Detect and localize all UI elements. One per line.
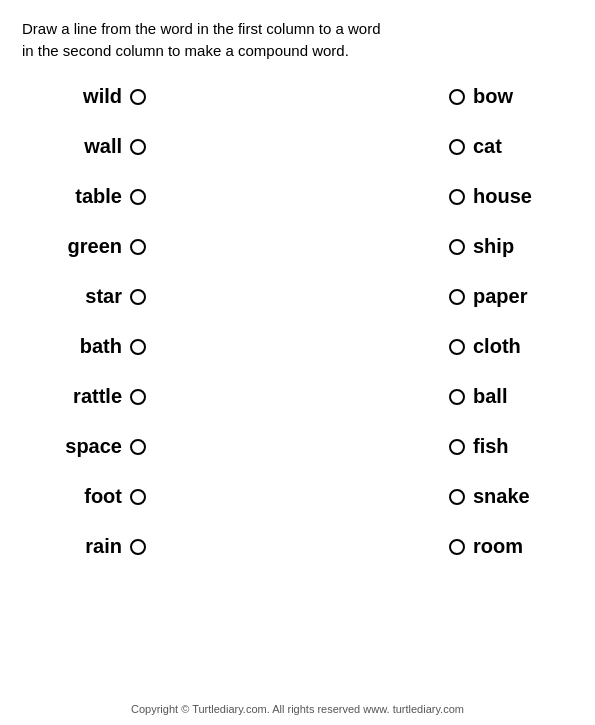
left-word: table	[52, 185, 122, 208]
left-circle[interactable]	[130, 489, 146, 505]
right-circle[interactable]	[449, 189, 465, 205]
right-word-row: snake	[449, 472, 543, 522]
right-circle[interactable]	[449, 239, 465, 255]
right-circle[interactable]	[449, 289, 465, 305]
footer: Copyright © Turtlediary.com. All rights …	[0, 703, 595, 715]
right-word: bow	[473, 85, 543, 108]
left-column: wildwalltablegreenstarbathrattlespacefoo…	[52, 72, 146, 572]
right-word: room	[473, 535, 543, 558]
right-circle[interactable]	[449, 139, 465, 155]
left-circle[interactable]	[130, 389, 146, 405]
right-word: fish	[473, 435, 543, 458]
right-word-row: ball	[449, 372, 543, 422]
right-circle[interactable]	[449, 439, 465, 455]
left-word: wall	[52, 135, 122, 158]
right-word: ship	[473, 235, 543, 258]
right-column: bowcathouseshippaperclothballfishsnakero…	[449, 72, 543, 572]
left-word-row: star	[52, 272, 146, 322]
right-word: paper	[473, 285, 543, 308]
left-circle[interactable]	[130, 89, 146, 105]
left-word-row: wall	[52, 122, 146, 172]
left-word: bath	[52, 335, 122, 358]
left-circle[interactable]	[130, 289, 146, 305]
right-circle[interactable]	[449, 539, 465, 555]
left-circle[interactable]	[130, 539, 146, 555]
left-word: rattle	[52, 385, 122, 408]
right-word: cat	[473, 135, 543, 158]
left-word-row: rattle	[52, 372, 146, 422]
left-word: foot	[52, 485, 122, 508]
right-word: snake	[473, 485, 543, 508]
right-word-row: room	[449, 522, 543, 572]
left-circle[interactable]	[130, 139, 146, 155]
right-word-row: paper	[449, 272, 543, 322]
columns-container: wildwalltablegreenstarbathrattlespacefoo…	[22, 72, 573, 572]
left-word: star	[52, 285, 122, 308]
right-word-row: bow	[449, 72, 543, 122]
left-word-row: green	[52, 222, 146, 272]
right-circle[interactable]	[449, 339, 465, 355]
left-word-row: bath	[52, 322, 146, 372]
left-word-row: rain	[52, 522, 146, 572]
instruction-line1: Draw a line from the word in the first c…	[22, 20, 380, 37]
right-circle[interactable]	[449, 89, 465, 105]
right-word: cloth	[473, 335, 543, 358]
right-word-row: fish	[449, 422, 543, 472]
left-word-row: table	[52, 172, 146, 222]
left-circle[interactable]	[130, 339, 146, 355]
right-circle[interactable]	[449, 389, 465, 405]
left-circle[interactable]	[130, 439, 146, 455]
footer-text: Copyright © Turtlediary.com. All rights …	[131, 703, 464, 715]
right-word-row: cloth	[449, 322, 543, 372]
left-word: green	[52, 235, 122, 258]
left-word: space	[52, 435, 122, 458]
right-word-row: ship	[449, 222, 543, 272]
right-word: house	[473, 185, 543, 208]
right-word-row: house	[449, 172, 543, 222]
left-circle[interactable]	[130, 189, 146, 205]
instruction: Draw a line from the word in the first c…	[22, 18, 573, 62]
left-word: rain	[52, 535, 122, 558]
left-word-row: wild	[52, 72, 146, 122]
right-word: ball	[473, 385, 543, 408]
left-word-row: space	[52, 422, 146, 472]
right-word-row: cat	[449, 122, 543, 172]
right-circle[interactable]	[449, 489, 465, 505]
instruction-line2: in the second column to make a compound …	[22, 42, 349, 59]
left-word: wild	[52, 85, 122, 108]
page: Draw a line from the word in the first c…	[0, 0, 595, 725]
left-circle[interactable]	[130, 239, 146, 255]
left-word-row: foot	[52, 472, 146, 522]
